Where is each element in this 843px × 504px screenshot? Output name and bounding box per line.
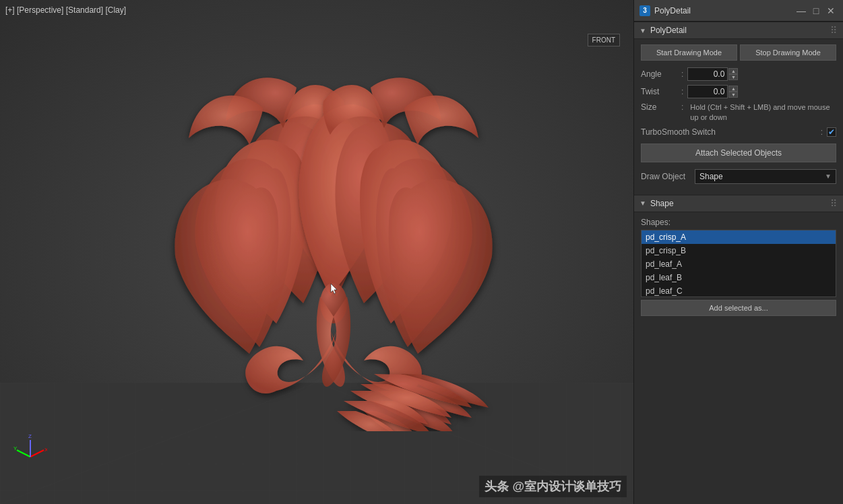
svg-line-7 xyxy=(17,450,30,457)
cursor xyxy=(330,283,337,290)
size-row: Size : Hold (Ctrl + Shift + LMB) and mov… xyxy=(641,102,836,123)
angle-input[interactable] xyxy=(687,67,728,81)
svg-text:Z: Z xyxy=(28,433,32,439)
shape-section-arrow: ▼ xyxy=(639,199,646,207)
twist-value-row: ▲ ▼ xyxy=(687,85,836,98)
viewport-label: [+] [Perspective] [Standard] [Clay] xyxy=(5,5,126,15)
angle-label: Angle xyxy=(641,69,681,79)
3d-viewport[interactable]: [+] [Perspective] [Standard] [Clay] FRON… xyxy=(0,0,633,504)
axis-indicator: X Y Z xyxy=(13,430,47,464)
twist-increment-button[interactable]: ▲ xyxy=(728,86,738,92)
svg-line-5 xyxy=(30,450,44,457)
watermark: 头条 @室内设计谈单技巧 xyxy=(479,476,627,497)
turbosmooth-checkmark: ✔ xyxy=(828,127,835,137)
stop-drawing-button[interactable]: Stop Drawing Mode xyxy=(740,44,836,61)
twist-input[interactable] xyxy=(687,85,728,98)
close-button[interactable]: ✕ xyxy=(824,4,838,18)
angle-increment-button[interactable]: ▲ xyxy=(728,68,738,74)
polydetail-panel: 3 PolyDetail — □ ✕ ▼ PolyDetail ⠿ Start … xyxy=(633,0,843,504)
size-colon: : xyxy=(681,102,683,112)
twist-label: Twist xyxy=(641,87,681,96)
turbosmooth-label: TurboSmooth Switch xyxy=(641,127,821,137)
twist-decrement-button[interactable]: ▼ xyxy=(728,92,738,98)
drawing-mode-row: Start Drawing Mode Stop Drawing Mode xyxy=(641,44,836,61)
shapes-label: Shapes: xyxy=(641,218,836,227)
shape-list-item[interactable]: pd_leaf_B xyxy=(642,271,836,284)
polydetail-section-label: PolyDetail xyxy=(650,26,687,35)
shape-list-item[interactable]: pd_crisp_B xyxy=(642,244,836,257)
add-selected-button[interactable]: Add selected as... xyxy=(641,300,836,316)
shape-section-header[interactable]: ▼ Shape ⠿ xyxy=(634,195,843,212)
draw-object-value: Shape xyxy=(699,172,723,181)
size-description: Hold (Ctrl + Shift + LMB) and move mouse… xyxy=(687,102,836,123)
3d-ornament xyxy=(81,40,586,431)
turbosmooth-checkbox[interactable]: ✔ xyxy=(827,127,836,137)
shape-list-item[interactable]: pd_crisp_A xyxy=(642,230,836,244)
turbosmooth-row: TurboSmooth Switch : ✔ xyxy=(641,127,836,137)
dropdown-arrow-icon: ▼ xyxy=(825,172,832,180)
size-label: Size xyxy=(641,102,681,112)
start-drawing-button[interactable]: Start Drawing Mode xyxy=(641,44,737,61)
draw-object-dropdown[interactable]: Shape ▼ xyxy=(695,169,836,184)
shape-list-item[interactable]: pd_leaf_A xyxy=(642,257,836,271)
panel-icon: 3 xyxy=(639,5,650,16)
draw-object-row: Draw Object Shape ▼ xyxy=(641,169,836,184)
turbosmooth-colon: : xyxy=(821,127,823,137)
section-arrow: ▼ xyxy=(639,27,646,34)
angle-colon: : xyxy=(681,69,683,79)
attach-selected-objects-button[interactable]: Attach Selected Objects xyxy=(641,144,836,162)
panel-title: PolyDetail xyxy=(654,6,793,15)
twist-spinner: ▲ ▼ xyxy=(728,86,738,98)
shape-list-item[interactable]: pd_leaf_C xyxy=(642,284,836,297)
angle-decrement-button[interactable]: ▼ xyxy=(728,74,738,80)
minimize-button[interactable]: — xyxy=(794,4,808,18)
shapes-listbox[interactable]: pd_crisp_Apd_crisp_Bpd_leaf_Apd_leaf_Bpd… xyxy=(641,230,836,297)
polydetail-section-content: Start Drawing Mode Stop Drawing Mode Ang… xyxy=(634,39,843,195)
panel-titlebar: 3 PolyDetail — □ ✕ xyxy=(634,0,843,22)
front-label: FRONT xyxy=(588,34,620,46)
angle-row: Angle : ▲ ▼ xyxy=(641,67,836,81)
section-grip: ⠿ xyxy=(830,25,838,36)
angle-value-row: ▲ ▼ xyxy=(687,67,836,81)
maximize-button[interactable]: □ xyxy=(809,4,823,18)
twist-row: Twist : ▲ ▼ xyxy=(641,85,836,98)
shape-section-grip: ⠿ xyxy=(830,198,838,209)
angle-spinner: ▲ ▼ xyxy=(728,68,738,80)
polydetail-section-header[interactable]: ▼ PolyDetail ⠿ xyxy=(634,22,843,39)
twist-colon: : xyxy=(681,87,683,96)
shape-section-content: Shapes: pd_crisp_Apd_crisp_Bpd_leaf_Apd_… xyxy=(634,212,843,321)
svg-text:Y: Y xyxy=(13,445,18,451)
draw-object-label: Draw Object xyxy=(641,172,695,181)
shape-section-label: Shape xyxy=(650,199,674,208)
svg-text:X: X xyxy=(44,447,47,453)
